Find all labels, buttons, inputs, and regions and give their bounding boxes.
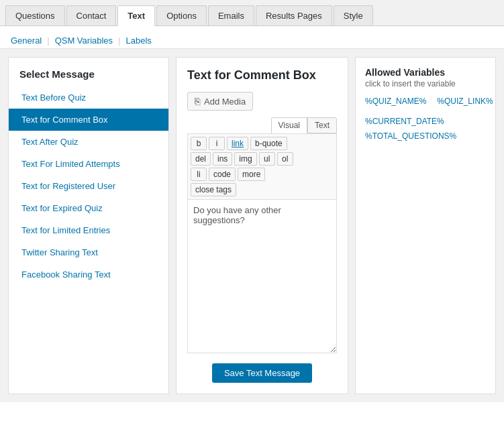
toolbar-btn-link[interactable]: link [227,137,248,150]
editor-heading: Text for Comment Box [187,68,337,82]
var-row-1: %QUIZ_NAME% %QUIZ_LINK% [365,97,486,111]
subnav-qsm-variables[interactable]: QSM Variables [51,33,117,48]
tab-contact[interactable]: Contact [66,5,117,25]
var-quiz-name[interactable]: %QUIZ_NAME% [365,97,426,106]
var-total-questions[interactable]: %TOTAL_QUESTIONS% [365,131,486,141]
toolbar-btn-italic[interactable]: i [209,137,225,150]
tab-options[interactable]: Options [156,5,207,25]
subnav-labels[interactable]: Labels [122,33,156,48]
sub-nav: General | QSM Variables | Labels [0,26,504,49]
menu-item-text-before-quiz[interactable]: Text Before Quiz [9,86,168,109]
toolbar-btn-ins[interactable]: ins [213,152,232,166]
menu-item-text-after-quiz[interactable]: Text After Quiz [9,131,168,153]
subnav-divider1: | [47,33,49,48]
editor-tab-text[interactable]: Text [307,117,337,133]
menu-item-limited-entries[interactable]: Text for Limited Entries [9,219,168,241]
main-content: Select Message Text Before Quiz Text for… [0,49,504,402]
toolbar-btn-close-tags[interactable]: close tags [191,183,236,196]
menu-item-limited-attempts[interactable]: Text For Limited Attempts [9,153,168,175]
editor-textarea[interactable]: Do you have any other suggestions? [187,199,337,353]
select-message-heading: Select Message [9,58,168,86]
subnav-divider2: | [118,33,120,48]
left-panel: Select Message Text Before Quiz Text for… [8,57,169,394]
toolbar-btn-li[interactable]: li [191,168,207,181]
menu-item-expired-quiz[interactable]: Text for Expired Quiz [9,197,168,219]
subnav-general[interactable]: General [7,33,46,48]
add-media-button[interactable]: ⎘ Add Media [187,92,253,111]
toolbar-btn-img[interactable]: img [234,152,256,166]
allowed-variables-subtitle: click to insert the variable [365,79,486,88]
toolbar-btn-code[interactable]: code [209,168,236,181]
toolbar-btn-bquote[interactable]: b-quote [250,137,287,150]
tab-style[interactable]: Style [334,5,373,25]
var-quiz-link[interactable]: %QUIZ_LINK% [437,97,493,106]
toolbar-btn-more[interactable]: more [238,168,265,181]
toolbar: b i link b-quote del ins img ul ol li co… [187,133,337,199]
menu-item-text-comment-box[interactable]: Text for Comment Box [9,109,168,131]
top-nav: Questions Contact Text Options Emails Re… [0,0,504,26]
toolbar-btn-del[interactable]: del [191,152,211,166]
right-panel: Allowed Variables click to insert the va… [355,57,496,394]
var-current-date[interactable]: %CURRENT_DATE% [365,117,486,126]
middle-panel: Text for Comment Box ⎘ Add Media Visual … [176,57,348,394]
tab-results-pages[interactable]: Results Pages [256,5,332,25]
toolbar-btn-bold[interactable]: b [191,137,207,150]
tab-text[interactable]: Text [117,5,155,26]
menu-item-twitter-sharing[interactable]: Twitter Sharing Text [9,241,168,263]
allowed-variables-heading: Allowed Variables [365,67,486,78]
toolbar-btn-ul[interactable]: ul [259,152,275,166]
menu-item-facebook-sharing[interactable]: Facebook Sharing Text [9,263,168,286]
editor-tab-visual[interactable]: Visual [271,117,307,133]
toolbar-btn-ol[interactable]: ol [277,152,293,166]
tab-questions[interactable]: Questions [5,5,65,25]
menu-item-registered-user[interactable]: Text for Registered User [9,175,168,197]
save-text-message-button[interactable]: Save Text Message [212,363,312,383]
tab-emails[interactable]: Emails [208,5,254,25]
add-media-icon: ⎘ [195,96,200,107]
add-media-label: Add Media [204,97,246,107]
